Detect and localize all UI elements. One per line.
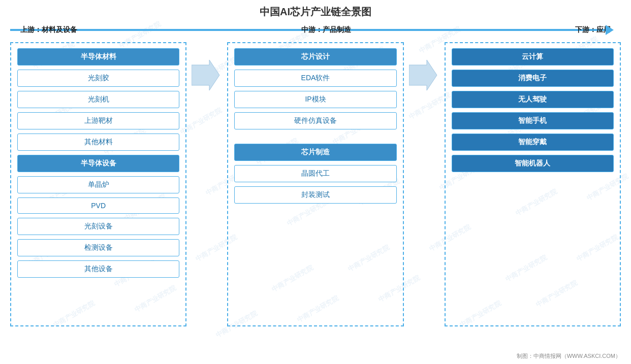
mid-label: 中游：产品制造: [301, 25, 351, 35]
left-item-8: 光刻设备: [17, 218, 179, 235]
mid-item-5: 晶圆代工: [234, 165, 396, 182]
mid-item-1: EDA软件: [234, 70, 396, 87]
arrow-left-to-mid: [186, 57, 227, 93]
left-item-1: 光刻胶: [17, 70, 179, 87]
left-item-9: 检测设备: [17, 239, 179, 256]
page-container: 中商产业研究院中商产业研究院中商产业研究院中商产业研究院中商产业研究院中商产业研…: [0, 0, 631, 364]
left-item-4: 其他材料: [17, 134, 179, 151]
right-column-box: 云计算消费电子无人驾驶智能手机智能穿戴智能机器人: [445, 42, 621, 326]
mid-item-6: 封装测试: [234, 186, 396, 204]
left-item-3: 上游靶材: [17, 112, 179, 129]
arrow-bar: 上游：材料及设备 中游：产品制造 下游：应用: [10, 23, 621, 37]
left-item-5: 半导体设备: [17, 155, 179, 172]
left-item-7: PVD: [17, 197, 179, 214]
svg-marker-0: [192, 60, 219, 90]
arrow-mid-to-right: [404, 57, 445, 93]
right-item-0: 云计算: [452, 48, 614, 65]
svg-marker-1: [409, 60, 437, 90]
left-item-2: 光刻机: [17, 91, 179, 108]
page-title: 中国AI芯片产业链全景图: [10, 5, 621, 19]
right-item-4: 智能穿戴: [452, 134, 614, 151]
mid-item-3: 硬件仿真设备: [234, 112, 396, 129]
mid-item-2: IP模块: [234, 91, 396, 108]
mid-column: 芯片设计EDA软件IP模块硬件仿真设备芯片制造晶圆代工封装测试: [227, 42, 403, 326]
arrow-svg-1: [192, 57, 222, 93]
left-column-box: 半导体材料光刻胶光刻机上游靶材其他材料半导体设备单晶炉PVD光刻设备检测设备其他…: [10, 42, 186, 326]
left-column: 半导体材料光刻胶光刻机上游靶材其他材料半导体设备单晶炉PVD光刻设备检测设备其他…: [10, 42, 186, 326]
mid-item-0: 芯片设计: [234, 48, 396, 65]
arrow-labels: 上游：材料及设备 中游：产品制造 下游：应用: [10, 23, 621, 37]
mid-item-4: 芯片制造: [234, 144, 396, 161]
left-item-0: 半导体材料: [17, 48, 179, 65]
left-label: 上游：材料及设备: [20, 25, 77, 35]
left-item-6: 单晶炉: [17, 176, 179, 193]
content-area: 半导体材料光刻胶光刻机上游靶材其他材料半导体设备单晶炉PVD光刻设备检测设备其他…: [10, 42, 621, 337]
footer-note: 制图：中商情报网（WWW.ASKCI.COM）: [517, 352, 621, 360]
arrow-svg-2: [409, 57, 439, 93]
right-item-1: 消费电子: [452, 70, 614, 87]
left-item-10: 其他设备: [17, 260, 179, 278]
right-item-2: 无人驾驶: [452, 91, 614, 108]
right-column: 云计算消费电子无人驾驶智能手机智能穿戴智能机器人: [445, 42, 621, 326]
right-item-3: 智能手机: [452, 112, 614, 129]
right-item-5: 智能机器人: [452, 155, 614, 172]
mid-column-box: 芯片设计EDA软件IP模块硬件仿真设备芯片制造晶圆代工封装测试: [227, 42, 403, 326]
